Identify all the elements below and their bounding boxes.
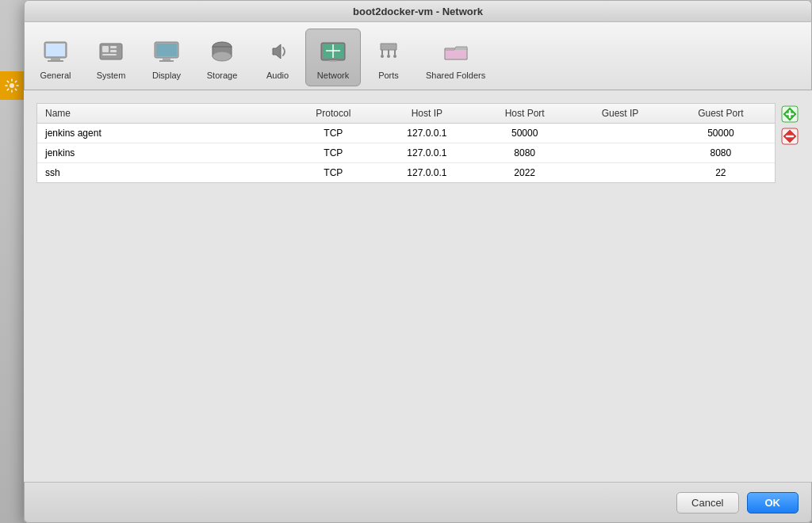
- cell-protocol: TCP: [289, 163, 378, 183]
- cell-guest-ip: [573, 124, 666, 143]
- table-row[interactable]: ssh TCP 127.0.0.1 2022 22: [37, 163, 775, 183]
- content-area: Name Protocol Host IP Host Port Guest IP…: [24, 90, 812, 523]
- dialog-footer: Cancel OK: [24, 482, 812, 523]
- window-title: boot2docker-vm - Network: [353, 6, 483, 17]
- cancel-button[interactable]: Cancel: [676, 492, 738, 513]
- table-row[interactable]: jenkins agent TCP 127.0.0.1 50000 50000: [37, 124, 775, 143]
- cell-guest-ip: [573, 143, 666, 163]
- toolbar-item-shared-folders[interactable]: Shared Folders: [416, 29, 495, 86]
- cell-guest-port: 8080: [667, 143, 775, 163]
- toolbar-item-ports[interactable]: Ports: [361, 29, 416, 86]
- port-forwarding-section: Name Protocol Host IP Host Port Guest IP…: [36, 103, 799, 189]
- svg-rect-6: [102, 46, 109, 52]
- main-dialog: boot2docker-vm - Network General: [24, 0, 812, 523]
- toolbar-item-display[interactable]: Display: [139, 29, 194, 86]
- toolbar-item-system[interactable]: System: [83, 29, 139, 86]
- add-rule-button[interactable]: [780, 105, 799, 124]
- port-forwarding-table-container: Name Protocol Host IP Host Port Guest IP…: [36, 103, 776, 183]
- col-header-protocol: Protocol: [289, 104, 378, 124]
- toolbar-ports-label: Ports: [378, 71, 399, 80]
- toolbar-item-general[interactable]: General: [28, 29, 83, 86]
- storage-icon: [206, 36, 238, 67]
- cell-host-ip: 127.0.0.1: [378, 163, 476, 183]
- svg-rect-8: [110, 50, 117, 52]
- toolbar-network-label: Network: [317, 71, 349, 80]
- general-icon: [40, 36, 71, 67]
- shared-folders-icon: [440, 36, 472, 67]
- toolbar-display-label: Display: [152, 71, 181, 80]
- ports-icon: [373, 36, 404, 67]
- svg-rect-7: [110, 46, 117, 48]
- toolbar-item-audio[interactable]: Audio: [250, 29, 305, 86]
- cell-host-ip: 127.0.0.1: [378, 124, 476, 143]
- svg-point-24: [393, 55, 396, 58]
- ok-button[interactable]: OK: [747, 492, 799, 513]
- audio-icon: [262, 36, 293, 67]
- toolbar-shared-folders-label: Shared Folders: [426, 71, 485, 80]
- svg-rect-2: [46, 44, 65, 56]
- cell-name: jenkins: [37, 143, 289, 163]
- cell-guest-port: 22: [667, 163, 775, 183]
- port-forwarding-table: Name Protocol Host IP Host Port Guest IP…: [37, 104, 775, 182]
- toolbar-system-label: System: [97, 71, 126, 80]
- svg-point-23: [387, 55, 390, 58]
- col-header-host-ip: Host IP: [378, 104, 476, 124]
- toolbar-general-label: General: [40, 71, 71, 80]
- cell-name: jenkins agent: [37, 124, 289, 143]
- svg-point-0: [10, 83, 14, 88]
- remove-rule-button[interactable]: [780, 127, 799, 146]
- svg-rect-13: [159, 60, 174, 62]
- cell-protocol: TCP: [289, 124, 378, 143]
- cell-host-ip: 127.0.0.1: [378, 143, 476, 163]
- table-action-buttons: [780, 103, 799, 146]
- svg-rect-11: [156, 44, 177, 56]
- toolbar-item-storage[interactable]: Storage: [194, 29, 250, 86]
- toolbar-storage-label: Storage: [207, 71, 238, 80]
- svg-point-22: [381, 55, 384, 58]
- svg-rect-3: [51, 58, 60, 60]
- cell-protocol: TCP: [289, 143, 378, 163]
- toolbar-audio-label: Audio: [266, 71, 289, 80]
- svg-rect-4: [48, 60, 63, 62]
- title-bar: boot2docker-vm - Network: [24, 0, 812, 22]
- table-row[interactable]: jenkins TCP 127.0.0.1 8080 8080: [37, 143, 775, 163]
- svg-rect-12: [163, 58, 170, 60]
- cell-guest-port: 50000: [667, 124, 775, 143]
- col-header-name: Name: [37, 104, 289, 124]
- col-header-guest-ip: Guest IP: [573, 104, 666, 124]
- cell-name: ssh: [37, 163, 289, 183]
- col-header-guest-port: Guest Port: [667, 104, 775, 124]
- network-icon: [317, 36, 349, 67]
- cell-host-port: 50000: [476, 124, 573, 143]
- col-header-host-port: Host Port: [476, 104, 573, 124]
- empty-space: [36, 189, 799, 348]
- cell-host-port: 8080: [476, 143, 573, 163]
- toolbar-item-network[interactable]: Network: [305, 29, 361, 86]
- system-icon: [95, 36, 127, 67]
- cell-host-port: 2022: [476, 163, 573, 183]
- svg-point-16: [213, 52, 232, 61]
- svg-rect-9: [102, 54, 117, 55]
- svg-rect-19: [329, 60, 337, 62]
- cell-guest-ip: [573, 163, 666, 183]
- toolbar: General System: [24, 22, 812, 90]
- display-icon: [151, 36, 182, 67]
- settings-gear: [0, 71, 24, 100]
